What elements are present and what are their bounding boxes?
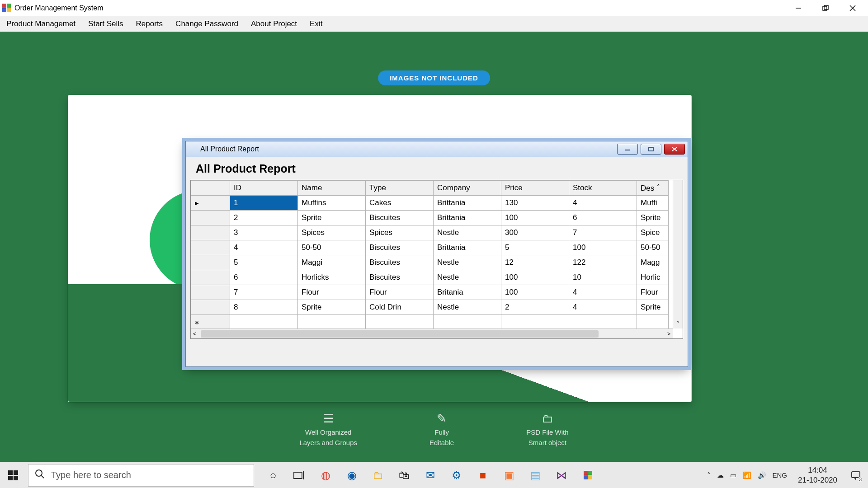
cell-price[interactable]: 100 [501,270,569,285]
action-center-button[interactable]: 3 [848,468,863,483]
cell-company[interactable]: Nestle [434,225,501,240]
cell-name[interactable]: 50-50 [298,240,366,255]
row-header[interactable] [191,240,230,255]
cell-id[interactable]: 8 [230,300,298,315]
cell-company[interactable]: Nestle [434,255,501,270]
row-header[interactable] [191,300,230,315]
cell-stock[interactable]: 122 [569,255,637,270]
scroll-thumb[interactable] [201,330,599,338]
mail-icon[interactable]: ✉ [422,467,439,483]
row-header[interactable] [191,285,230,300]
battery-icon[interactable]: ▭ [730,471,736,479]
menu-start-sells[interactable]: Start Sells [88,19,123,28]
cell-company[interactable]: Britania [434,285,501,300]
language-indicator[interactable]: ENG [773,471,788,479]
file-explorer-icon[interactable]: 🗀 [370,467,386,483]
menu-reports[interactable]: Reports [136,19,163,28]
dialog-maximize-button[interactable] [641,144,661,155]
taskbar-search[interactable]: Type here to search [28,464,254,487]
col-desc[interactable]: Des ˄ [637,181,669,196]
row-header[interactable] [191,255,230,270]
cell-company[interactable]: Nestle [434,270,501,285]
close-button[interactable] [839,0,866,16]
volume-icon[interactable]: 🔊 [758,471,766,479]
row-header[interactable] [191,225,230,240]
cell-name[interactable]: Spices [298,225,366,240]
col-price[interactable]: Price [501,181,569,196]
cell-stock[interactable]: 6 [569,211,637,225]
cell-id[interactable]: 3 [230,225,298,240]
menu-product-management[interactable]: Product Managemet [6,19,75,28]
cell-stock[interactable]: 4 [569,300,637,315]
cell-id[interactable]: 7 [230,285,298,300]
col-id[interactable]: ID [230,181,298,196]
cell-desc[interactable]: Horlic [637,270,669,285]
new-row[interactable] [191,315,669,330]
cell-desc[interactable]: Muffi [637,196,669,211]
wifi-icon[interactable]: 📶 [743,471,751,479]
table-row[interactable]: 2SpriteBiscuitesBrittania1006Sprite [191,211,669,225]
cell-price[interactable]: 5 [501,240,569,255]
cell-stock[interactable]: 7 [569,225,637,240]
scroll-up-button[interactable] [673,180,683,183]
cell-id[interactable]: 4 [230,240,298,255]
cell-desc[interactable]: Spice [637,225,669,240]
cell-name[interactable]: Sprite [298,211,366,225]
taskbar-clock[interactable]: 14:04 21-10-2020 [793,465,842,485]
running-app-icon[interactable] [580,467,596,483]
menu-about-project[interactable]: About Project [251,19,297,28]
cell-type[interactable]: Biscuites [366,240,434,255]
maximize-button[interactable] [812,0,839,16]
tray-overflow-icon[interactable]: ˄ [707,471,711,479]
scroll-down-button[interactable]: ˅ [673,319,683,328]
cell-desc[interactable]: Flour [637,285,669,300]
onedrive-icon[interactable]: ☁ [717,471,724,479]
cell-company[interactable]: Brittania [434,211,501,225]
cell-id[interactable]: 6 [230,270,298,285]
office-icon[interactable]: ■ [475,467,491,483]
cortana-icon[interactable]: ○ [265,467,281,483]
horizontal-scrollbar[interactable]: < > [191,328,673,338]
cell-stock[interactable]: 4 [569,285,637,300]
table-row[interactable]: 8SpriteCold DrinNestle24Sprite [191,300,669,315]
cell-stock[interactable]: 10 [569,270,637,285]
table-row[interactable]: 3SpicesSpicesNestle3007Spice [191,225,669,240]
cell-type[interactable]: Cold Drin [366,300,434,315]
cell-price[interactable]: 2 [501,300,569,315]
menu-exit[interactable]: Exit [310,19,322,28]
row-header[interactable] [191,211,230,225]
cell-id[interactable]: 2 [230,211,298,225]
cell-price[interactable]: 100 [501,211,569,225]
edge-icon[interactable]: ◉ [344,467,360,483]
cell-price[interactable]: 12 [501,255,569,270]
cell-type[interactable]: Biscuites [366,255,434,270]
cell-company[interactable]: Brittania [434,240,501,255]
table-row[interactable]: 450-50BiscuitesBrittania510050-50 [191,240,669,255]
cell-price[interactable]: 100 [501,285,569,300]
col-stock[interactable]: Stock [569,181,637,196]
scroll-left-button[interactable]: < [191,331,198,337]
cell-id[interactable]: 5 [230,255,298,270]
table-row[interactable]: 6HorlicksBiscuitesNestle10010Horlic [191,270,669,285]
cell-price[interactable]: 130 [501,196,569,211]
scroll-right-button[interactable]: > [665,331,673,337]
cell-company[interactable]: Nestle [434,300,501,315]
cell-desc[interactable]: Magg [637,255,669,270]
table-row[interactable]: ▸1MuffinsCakesBrittania1304Muffi [191,196,669,211]
table-row[interactable]: 5MaggiBiscuitesNestle12122Magg [191,255,669,270]
dialog-minimize-button[interactable] [617,144,638,155]
cell-desc[interactable]: Sprite [637,211,669,225]
cell-name[interactable]: Sprite [298,300,366,315]
row-header[interactable] [191,270,230,285]
grid-corner-cell[interactable] [191,181,230,196]
cell-company[interactable]: Brittania [434,196,501,211]
visual-studio-icon[interactable]: ⋈ [553,467,570,483]
cell-stock[interactable]: 100 [569,240,637,255]
col-name[interactable]: Name [298,181,366,196]
cell-id[interactable]: 1 [230,196,298,211]
minimize-button[interactable] [785,0,812,16]
row-header[interactable] [191,315,230,330]
cell-desc[interactable]: 50-50 [637,240,669,255]
cell-type[interactable]: Spices [366,225,434,240]
cell-type[interactable]: Biscuites [366,270,434,285]
